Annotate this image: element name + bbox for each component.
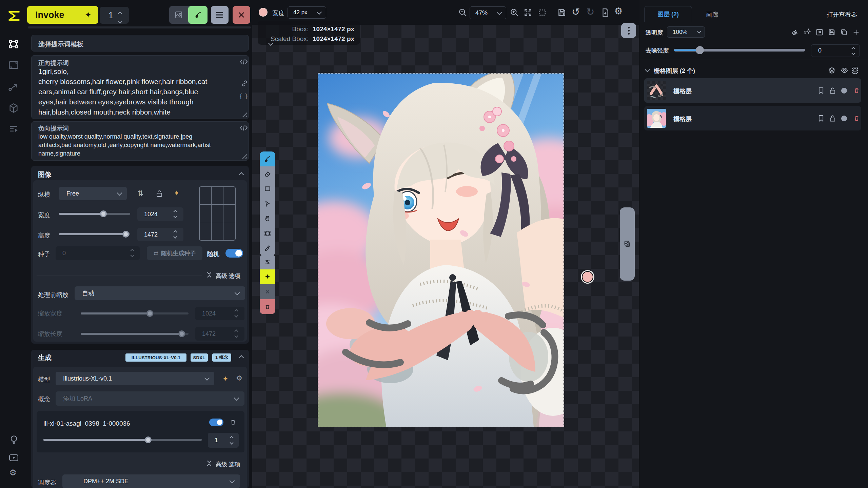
- isolate-icon[interactable]: [852, 66, 858, 74]
- brush-tool[interactable]: [260, 151, 275, 166]
- stepper-up-icon[interactable]: [118, 12, 122, 15]
- stepper-down-icon[interactable]: [118, 20, 122, 23]
- sidebar-item-upscale[interactable]: [8, 61, 19, 69]
- video-tutorials-button[interactable]: [9, 454, 18, 461]
- eye-icon[interactable]: [841, 67, 848, 73]
- lora-enabled-toggle[interactable]: [209, 419, 223, 426]
- save-icon[interactable]: [828, 28, 835, 36]
- advanced-collapse-icon[interactable]: [206, 460, 212, 466]
- add-lora-select[interactable]: 添加 LoRA: [56, 391, 244, 406]
- prompt-template-select[interactable]: 选择提示词模板: [31, 35, 249, 52]
- model-settings-button[interactable]: ⚙: [236, 374, 242, 382]
- sidebar-item-workflows[interactable]: [8, 82, 19, 92]
- resize-handle[interactable]: [242, 112, 247, 117]
- invoke-button[interactable]: Invoke ✦: [27, 6, 98, 24]
- code-toggle-icon[interactable]: [240, 124, 248, 131]
- fit-view-button[interactable]: [524, 8, 532, 17]
- blend-icon[interactable]: [791, 28, 799, 36]
- scale-height-slider[interactable]: [81, 333, 189, 335]
- collapse-icon[interactable]: [239, 355, 244, 361]
- scale-height-thumb[interactable]: [178, 330, 185, 337]
- advanced-collapse-icon[interactable]: [206, 272, 212, 278]
- eraser-tool[interactable]: [260, 166, 275, 181]
- scale-width-slider[interactable]: [81, 312, 189, 314]
- save-canvas-button[interactable]: [557, 8, 566, 17]
- sidebar-item-canvas[interactable]: [8, 39, 19, 49]
- whats-new-button[interactable]: [9, 435, 18, 445]
- layer-row[interactable]: 栅格层: [644, 78, 861, 103]
- colorpicker-tool[interactable]: [260, 241, 275, 256]
- positive-prompt-box[interactable]: 正向提示词 { } 1girl,solo, cherry blossoms,ha…: [31, 55, 249, 119]
- lock-open-icon[interactable]: [829, 87, 836, 94]
- denoise-stepper[interactable]: 0: [811, 44, 860, 57]
- layers-icon[interactable]: [828, 67, 835, 74]
- layer-row[interactable]: 栅格层: [644, 106, 861, 130]
- tab-gallery[interactable]: 画廊: [706, 11, 718, 19]
- braces-icon[interactable]: { }: [240, 92, 249, 100]
- canvas-settings-button[interactable]: ⚙: [614, 6, 623, 17]
- fit-bbox-button[interactable]: [538, 8, 547, 17]
- randomize-seed-button[interactable]: ⇄ 随机生成种子: [147, 246, 202, 260]
- resize-handle[interactable]: [242, 154, 247, 159]
- invoke-region-button[interactable]: ✦: [260, 269, 275, 284]
- menu-button[interactable]: [211, 6, 229, 24]
- optimize-size-button[interactable]: ✦: [174, 189, 180, 197]
- sidebar-item-models[interactable]: [9, 103, 18, 113]
- new-session-button[interactable]: [601, 8, 610, 17]
- denoise-slider-thumb[interactable]: [696, 46, 704, 54]
- scale-width-stepper[interactable]: 1024: [195, 307, 244, 320]
- group-collapse-icon[interactable]: [645, 67, 650, 73]
- code-toggle-icon[interactable]: [240, 58, 248, 65]
- bookmark-icon[interactable]: [818, 115, 824, 122]
- settings-tool[interactable]: [260, 255, 275, 269]
- width-stepper[interactable]: 1024: [137, 207, 183, 221]
- visibility-dot-icon[interactable]: [841, 116, 847, 121]
- width-slider-thumb[interactable]: [100, 210, 107, 217]
- bookmark-icon[interactable]: [818, 87, 824, 94]
- tab-layers[interactable]: 图层 (2): [644, 6, 692, 22]
- undo-button[interactable]: ↺: [572, 6, 580, 18]
- settings-button[interactable]: ⚙: [9, 468, 17, 477]
- opacity-select[interactable]: 100%: [667, 26, 705, 38]
- collapse-icon[interactable]: [239, 172, 244, 178]
- zoom-out-button[interactable]: [458, 8, 467, 17]
- brush-color-swatch[interactable]: [259, 8, 268, 17]
- rect-tool[interactable]: [260, 181, 275, 196]
- scheduler-select[interactable]: DPM++ 2M SDE: [62, 474, 240, 488]
- duplicate-icon[interactable]: [840, 28, 848, 36]
- lock-open-icon[interactable]: [829, 115, 836, 122]
- lora-trash-icon[interactable]: [230, 419, 236, 426]
- zoom-in-button[interactable]: [510, 8, 519, 17]
- image-mode-button[interactable]: [169, 6, 188, 24]
- seed-input[interactable]: 0: [56, 246, 140, 260]
- width-slider[interactable]: [59, 213, 130, 215]
- positive-prompt-text[interactable]: 1girl,solo, cherry blossoms,hair flower,…: [38, 66, 235, 117]
- gallery-drawer-handle[interactable]: [620, 207, 635, 281]
- sidebar-item-queue[interactable]: [9, 125, 18, 134]
- fit-frame-icon[interactable]: [816, 28, 823, 36]
- negative-prompt-box[interactable]: 负向提示词 low quality,worst quality,normal q…: [31, 121, 249, 161]
- scale-width-thumb[interactable]: [146, 310, 153, 317]
- model-select[interactable]: Illustrious-XL-v0.1: [56, 372, 214, 385]
- panel-divider[interactable]: [252, 25, 252, 488]
- canvas-image[interactable]: [318, 74, 564, 427]
- brush-width-select[interactable]: 42 px: [288, 6, 326, 19]
- visibility-dot-icon[interactable]: [841, 88, 847, 94]
- random-seed-toggle[interactable]: [225, 249, 243, 258]
- lora-weight-thumb[interactable]: [145, 436, 152, 443]
- shooting-star-icon[interactable]: [804, 28, 811, 36]
- advanced-options-label[interactable]: 高级 选项: [216, 461, 240, 468]
- lora-weight-slider[interactable]: [43, 439, 202, 441]
- canvas-bbox-border[interactable]: [318, 73, 564, 427]
- link-icon[interactable]: [241, 80, 248, 87]
- add-layer-icon[interactable]: [852, 28, 860, 36]
- model-sparkle-button[interactable]: ✦: [222, 375, 229, 383]
- cancel-staging-button[interactable]: [260, 284, 275, 299]
- open-viewer-button[interactable]: 打开查看器: [827, 11, 857, 19]
- move-tool[interactable]: [260, 196, 275, 211]
- aspect-select[interactable]: Free: [59, 187, 127, 200]
- trash-icon[interactable]: [853, 87, 860, 94]
- canvas-menu-button[interactable]: [621, 23, 636, 38]
- lock-aspect-button[interactable]: [156, 190, 163, 197]
- redo-button[interactable]: ↻: [586, 6, 594, 18]
